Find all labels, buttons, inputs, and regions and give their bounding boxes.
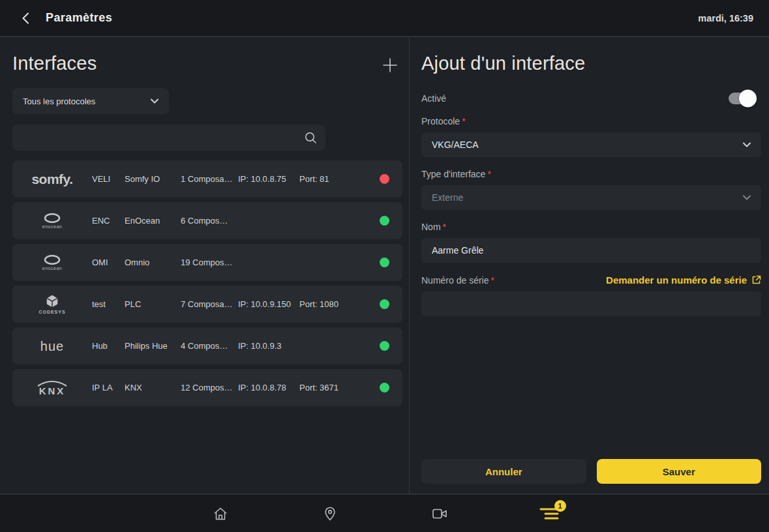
codesys-logo: CODESYS bbox=[12, 294, 92, 314]
protocol-label: Protocole* bbox=[421, 116, 761, 126]
interface-row-omnio[interactable]: enocean OMI Omnio 19 Compos… bbox=[12, 244, 402, 281]
interface-protocol: KNX bbox=[125, 383, 181, 392]
interface-ip: IP: 10.0.9.150 bbox=[238, 299, 299, 309]
interface-row-codesys[interactable]: CODESYS test PLC 7 Composa… IP: 10.0.9.1… bbox=[12, 286, 402, 323]
interface-row-enocean[interactable]: enocean ENC EnOcean 6 Compos… bbox=[12, 202, 402, 239]
nav-settings[interactable]: 1 bbox=[494, 495, 604, 532]
main-content: Interfaces Tous les protocoles bbox=[0, 37, 769, 494]
protocol-value: VKG/AECA bbox=[432, 140, 479, 150]
enabled-toggle[interactable] bbox=[729, 93, 755, 104]
interface-protocol: Omnio bbox=[125, 258, 181, 267]
chevron-down-icon bbox=[743, 142, 751, 147]
name-input[interactable] bbox=[421, 238, 761, 263]
interface-search bbox=[12, 125, 325, 151]
status-dot bbox=[380, 299, 389, 309]
interface-port: Port: 3671 bbox=[299, 383, 352, 392]
status-dot bbox=[380, 258, 389, 267]
interface-port: Port: 1080 bbox=[299, 299, 352, 309]
save-button[interactable]: Sauver bbox=[597, 459, 762, 484]
interface-type-value: Externe bbox=[432, 192, 463, 203]
status-dot bbox=[380, 341, 389, 351]
enocean-logo: enocean bbox=[12, 213, 92, 229]
interface-port: Port: 81 bbox=[299, 174, 352, 184]
interface-components: 6 Compos… bbox=[181, 216, 238, 226]
interface-row-somfy[interactable]: somfy. VELI Somfy IO 1 Composa… IP: 10.0… bbox=[12, 160, 402, 198]
interface-components: 19 Compos… bbox=[181, 258, 238, 267]
enocean-icon bbox=[44, 255, 61, 265]
back-button[interactable] bbox=[16, 8, 35, 28]
interface-name: IP LA bbox=[92, 383, 114, 392]
add-interface-title: Ajout d'un interface bbox=[421, 53, 761, 74]
interface-protocol: PLC bbox=[125, 299, 181, 309]
interface-type-label: Type d'interface* bbox=[421, 169, 761, 179]
page-title: Paramètres bbox=[46, 11, 112, 25]
add-interface-button[interactable] bbox=[380, 55, 400, 75]
somfy-logo: somfy. bbox=[12, 172, 92, 186]
codesys-cube-icon bbox=[45, 294, 59, 308]
search-input[interactable] bbox=[22, 124, 305, 151]
interface-protocol: EnOcean bbox=[125, 216, 181, 226]
hue-logo: hue bbox=[12, 340, 92, 353]
nav-home[interactable] bbox=[166, 495, 275, 532]
request-serial-link[interactable]: Demander un numéro de série bbox=[606, 274, 761, 286]
chevron-down-icon bbox=[743, 195, 751, 200]
search-icon bbox=[305, 132, 317, 144]
interface-name: OMI bbox=[92, 258, 114, 267]
name-label: Nom* bbox=[421, 222, 761, 232]
required-asterisk: * bbox=[443, 222, 446, 232]
enocean-logo: enocean bbox=[12, 255, 92, 271]
interface-name: Hub bbox=[92, 341, 114, 351]
protocol-filter-select[interactable]: Tous les protocoles bbox=[12, 88, 169, 114]
external-link-icon bbox=[751, 275, 761, 285]
serial-label: Numéro de série* bbox=[421, 275, 494, 286]
protocol-select[interactable]: VKG/AECA bbox=[421, 132, 761, 157]
video-camera-icon bbox=[430, 507, 449, 521]
interface-components: 1 Composa… bbox=[181, 174, 238, 184]
protocol-filter-value: Tous les protocoles bbox=[23, 96, 95, 106]
interfaces-title: Interfaces bbox=[12, 53, 97, 74]
home-icon bbox=[212, 505, 229, 522]
interface-protocol: Philips Hue bbox=[125, 341, 181, 351]
plus-icon bbox=[383, 58, 397, 72]
required-asterisk: * bbox=[487, 169, 490, 179]
chevron-down-icon bbox=[151, 98, 158, 104]
interface-name: ENC bbox=[92, 216, 114, 226]
interface-components: 12 Compos… bbox=[181, 383, 238, 392]
status-dot bbox=[380, 174, 389, 184]
interface-ip: IP: 10.0.8.78 bbox=[238, 383, 299, 392]
interfaces-panel: Interfaces Tous les protocoles bbox=[0, 37, 410, 494]
clock-text: mardi, 16:39 bbox=[698, 13, 753, 23]
interface-protocol: Somfy IO bbox=[125, 174, 181, 184]
knx-logo: KNX bbox=[12, 380, 92, 396]
enocean-icon bbox=[44, 213, 61, 223]
status-dot bbox=[380, 216, 389, 226]
required-asterisk: * bbox=[462, 116, 465, 126]
notification-badge: 1 bbox=[554, 500, 566, 512]
interface-components: 7 Composa… bbox=[181, 299, 238, 309]
nav-cameras[interactable] bbox=[385, 495, 494, 532]
cancel-button[interactable]: Annuler bbox=[421, 459, 586, 484]
enabled-label: Activé bbox=[421, 93, 446, 104]
serial-input[interactable] bbox=[421, 291, 761, 316]
map-pin-icon bbox=[322, 505, 339, 522]
interface-row-hue[interactable]: hue Hub Philips Hue 4 Compos… IP: 10.0.9… bbox=[12, 327, 402, 364]
status-dot bbox=[380, 383, 389, 392]
chevron-left-icon bbox=[22, 12, 29, 24]
nav-places[interactable] bbox=[275, 495, 385, 532]
top-bar: Paramètres mardi, 16:39 bbox=[0, 0, 769, 37]
interface-name: test bbox=[92, 299, 114, 309]
interface-ip: IP: 10.0.8.75 bbox=[238, 174, 299, 184]
interface-components: 4 Compos… bbox=[181, 341, 238, 351]
bottom-nav: 1 bbox=[0, 494, 769, 532]
settings-screen: Paramètres mardi, 16:39 Interfaces Tous … bbox=[0, 0, 769, 532]
interface-type-select[interactable]: Externe bbox=[421, 185, 761, 210]
toggle-knob bbox=[739, 90, 757, 108]
interface-ip: IP: 10.0.9.3 bbox=[238, 341, 299, 351]
interface-row-knx[interactable]: KNX IP LA KNX 12 Compos… IP: 10.0.8.78 P… bbox=[12, 369, 402, 406]
required-asterisk: * bbox=[491, 275, 494, 286]
interface-name: VELI bbox=[92, 174, 114, 184]
add-interface-panel: Ajout d'un interface Activé Protocole* V… bbox=[410, 37, 769, 494]
